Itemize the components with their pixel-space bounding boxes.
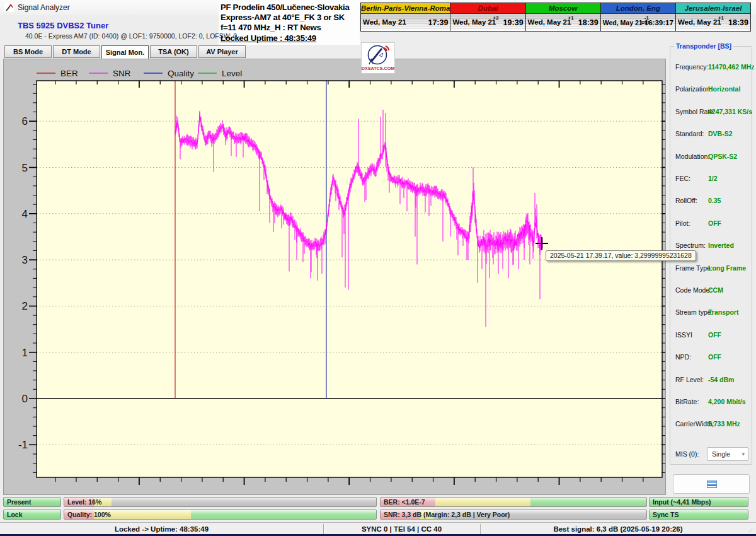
clock-utc-offset: +1 <box>718 15 724 21</box>
svg-text:6: 6 <box>22 115 28 127</box>
clock-time: 18:39 <box>728 18 748 27</box>
header-line-1: PF Prodelin 450/Lučenec-Slovakia <box>220 3 358 13</box>
status-best-signal: Best signal: 6,3 dB (2025-05-19 20:26) <box>480 523 756 535</box>
clock-city: London, Eng <box>601 3 675 14</box>
tp-value: OFF <box>708 219 721 227</box>
tp-label: ISSYI <box>675 331 692 339</box>
ts-list-icon <box>707 481 717 488</box>
svg-text:1: 1 <box>22 347 28 359</box>
clock-date: Wed, May 21 <box>452 18 496 26</box>
mis-value: Single <box>712 450 730 458</box>
clock-3[interactable]: London, EngWed, May 21-1DST16:39:17 <box>601 3 676 32</box>
tuner-name: TBS 5925 DVBS2 Tuner <box>18 21 108 30</box>
svg-text:3: 3 <box>22 254 28 266</box>
clock-date: Wed, May 21 <box>603 19 643 26</box>
tp-value: -54 dBm <box>708 376 734 383</box>
header-line-3: f=11 470 MHz_H : RT News <box>220 23 358 33</box>
tp-value: Long Frame <box>708 264 746 272</box>
tp-label: FEC: <box>675 175 690 182</box>
clock-utc-offset: +1 <box>568 15 574 21</box>
tp-value: Transport <box>708 308 738 316</box>
header-line-4: Locked Uptime : 48:35:49 <box>220 33 358 44</box>
tp-label: Polarization: <box>675 85 712 93</box>
tab-dt-mode[interactable]: DT Mode <box>53 45 100 58</box>
chevron-down-icon: ▾ <box>742 448 745 460</box>
tab-av-player[interactable]: AV Player <box>198 45 246 58</box>
status-sync-counters: SYNC 0 | TEI 54 | CC 40 <box>323 523 480 535</box>
clock-date: Wed, May 21 <box>528 18 571 26</box>
bar-ber: BER: <1.0E-7 <box>380 497 647 507</box>
tp-label: NPD: <box>675 353 691 361</box>
bar-input: Input (~4,41 Mbps) <box>649 497 748 507</box>
tab-signal-mon-[interactable]: Signal Mon. <box>101 45 149 59</box>
clock-4[interactable]: Jerusalem-IsraelWed, May 21+118:39 <box>676 3 751 32</box>
tp-value: 0.35 <box>708 197 721 204</box>
svg-text:Quality: Quality <box>168 69 194 78</box>
clock-time: 16:39:17 <box>644 19 673 26</box>
dxsatcs-logo: DXSATCS.COM <box>361 42 395 74</box>
chart-tooltip: 2025-05-21 17.39.17, value: 3,2999999523… <box>546 250 696 261</box>
tp-value: Horizontal <box>708 85 740 93</box>
clock-utc-offset: +2 <box>493 15 498 21</box>
svg-text:Level: Level <box>222 69 242 78</box>
clock-city: Berlin-Paris-Vienna-Roma <box>361 3 450 14</box>
svg-text:SNR: SNR <box>113 69 131 78</box>
resize-grip[interactable]: ⋰ <box>748 527 753 532</box>
tp-value: OFF <box>708 331 721 339</box>
tp-value: 1/2 <box>708 175 718 182</box>
transponder-panel-title: Transponder [BS] <box>674 42 733 50</box>
world-clocks: Berlin-Paris-Vienna-RomaWed, May 2117:39… <box>360 3 751 32</box>
svg-text:5: 5 <box>22 162 28 174</box>
bar-label: SNR: 3,3 dB (Margin: 2,3 dB | Very Poor) <box>384 511 510 518</box>
svg-text:4: 4 <box>22 208 28 220</box>
window-title: Signal Analyzer <box>18 3 70 12</box>
clock-body: Wed, May 21+219:39 <box>450 14 525 31</box>
signal-chart-panel[interactable]: BERSNRQualityLevel6543210-1 <box>3 59 666 495</box>
clock-time: 18:39 <box>578 18 598 27</box>
clock-body: Wed, May 2117:39 <box>361 14 450 31</box>
bar-label: Present <box>7 498 32 506</box>
tp-label: Stream type: <box>675 308 713 316</box>
clock-0[interactable]: Berlin-Paris-Vienna-RomaWed, May 2117:39 <box>360 3 450 32</box>
clock-city: Jerusalem-Israel <box>676 3 750 14</box>
tp-value: 4247,331 KS/s <box>708 108 752 115</box>
mis-dropdown[interactable]: Single ▾ <box>707 447 748 461</box>
bar-label: Level: 16% <box>67 498 101 506</box>
clock-city: Dubai <box>450 3 525 14</box>
svg-text:-1: -1 <box>18 439 28 451</box>
header-line-2: Express-AM7 at 40°E_FK 3 or SK <box>220 13 358 23</box>
signal-chart[interactable]: BERSNRQualityLevel6543210-1 <box>4 59 665 494</box>
clock-date: Wed, May 21 <box>678 18 721 26</box>
clock-2[interactable]: MoscowWed, May 21+118:39 <box>526 3 601 32</box>
tp-label: Frame Type: <box>675 264 713 272</box>
clock-body: Wed, May 21+118:39 <box>526 14 600 31</box>
svg-text:DXSATCS.COM: DXSATCS.COM <box>362 66 394 71</box>
bar-quality: Quality: 100% <box>64 510 377 520</box>
tab-tsa-ok-[interactable]: TSA (OK) <box>150 45 197 58</box>
tp-value: DVB-S2 <box>708 130 733 137</box>
svg-text:0: 0 <box>22 393 28 405</box>
clock-time: 19:39 <box>503 18 524 27</box>
tab-bs-mode[interactable]: BS Mode <box>4 45 52 58</box>
bar-label: Quality: 100% <box>67 511 111 518</box>
status-bar: Locked -> Uptime: 48:35:49 SYNC 0 | TEI … <box>0 522 756 535</box>
clock-1[interactable]: DubaiWed, May 21+219:39 <box>450 3 525 32</box>
tp-value: CCM <box>708 286 723 294</box>
bar-level: Level: 16% <box>64 497 377 507</box>
tp-label: RF Level: <box>675 376 704 383</box>
transport-stream-button[interactable] <box>673 474 750 494</box>
tp-value: OFF <box>708 353 721 361</box>
clock-date: Wed, May 21 <box>363 18 406 26</box>
tp-label: Frequency: <box>675 63 709 71</box>
tp-value: QPSK-S2 <box>708 153 737 160</box>
svg-text:2: 2 <box>22 300 28 312</box>
tp-label: Modulation: <box>675 153 709 160</box>
tuner-details: 40.0E - Express AM7 (ID: 0400) @ LOF1: 9… <box>25 32 237 40</box>
tp-value: 5,733 MHz <box>708 420 740 428</box>
clock-time: 17:39 <box>428 18 448 27</box>
status-lock-uptime: Locked -> Uptime: 48:35:49 <box>0 523 323 535</box>
tp-label: Spectrum: <box>675 242 706 249</box>
tp-label: Code Mode: <box>675 286 711 294</box>
tp-value: Inverted <box>708 242 734 249</box>
bar-label: BER: <1.0E-7 <box>384 498 425 506</box>
